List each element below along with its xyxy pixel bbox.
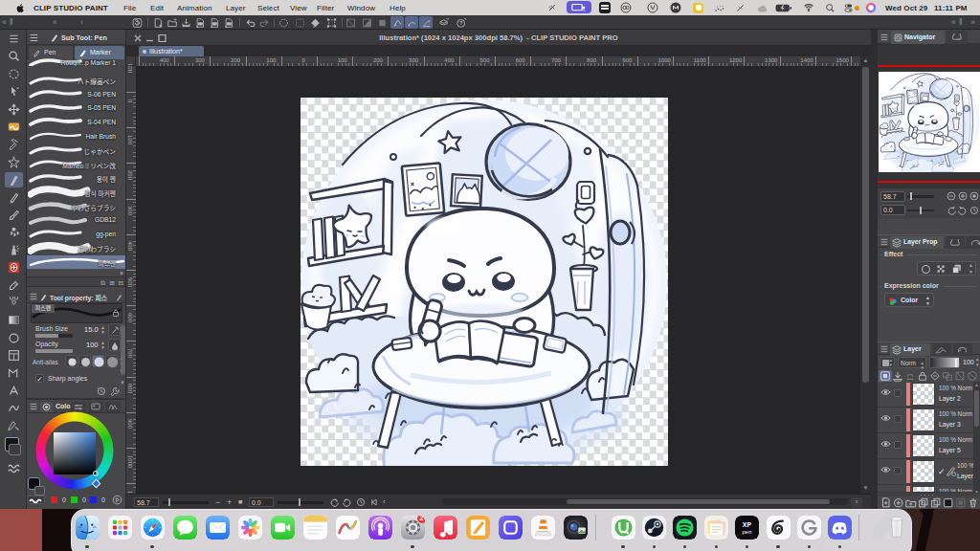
svg-text:XP: XP [743,520,752,527]
svg-text:pen: pen [743,528,752,534]
svg-text:?: ? [459,20,463,26]
